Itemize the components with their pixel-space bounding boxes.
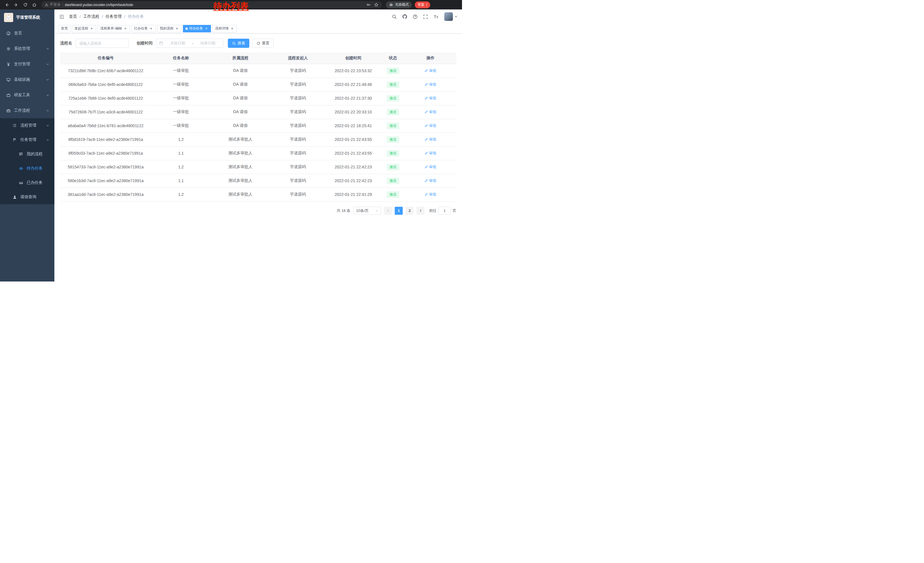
url-text[interactable]: dashboard.yudao.iocoder.cn/bpm/task/todo bbox=[65, 3, 134, 7]
cell-actions: 审批 bbox=[405, 174, 456, 188]
cell-status: 激活 bbox=[381, 92, 405, 105]
sidebar-item-home[interactable]: 首页 bbox=[0, 26, 54, 41]
cell-status: 激活 bbox=[381, 78, 405, 92]
tab-todo-tasks[interactable]: 待办任务 × bbox=[183, 25, 211, 32]
close-icon[interactable]: × bbox=[175, 27, 179, 31]
close-icon[interactable]: × bbox=[90, 27, 94, 31]
page-button-2[interactable]: 2 bbox=[406, 207, 414, 215]
cell-initiator: 芋道源码 bbox=[270, 78, 326, 92]
sidebar-item-workflow[interactable]: 工作流程 bbox=[0, 103, 54, 118]
cell-task-id: 58154733-7ac8-11ec-a9e2-a2380e71991a bbox=[60, 160, 151, 174]
search-button[interactable]: 搜索 bbox=[228, 39, 249, 48]
next-page-button[interactable] bbox=[417, 207, 424, 215]
search-icon[interactable] bbox=[392, 14, 397, 19]
app-logo[interactable]: 芋道管理系统 bbox=[0, 9, 54, 26]
cell-initiator: 芋道源码 bbox=[270, 119, 326, 132]
approve-link[interactable]: 审批 bbox=[424, 151, 436, 156]
cell-created: 2022-01-21 22:43:55 bbox=[326, 146, 381, 160]
reset-button[interactable]: 重置 bbox=[252, 39, 274, 48]
close-icon[interactable]: × bbox=[123, 27, 128, 31]
approve-link[interactable]: 审批 bbox=[424, 82, 436, 87]
cell-actions: 审批 bbox=[405, 160, 456, 174]
fullscreen-icon[interactable] bbox=[423, 14, 428, 19]
cell-created: 2022-01-21 22:42:23 bbox=[326, 174, 381, 188]
user-menu[interactable] bbox=[444, 12, 458, 21]
sidebar-item-leave-query[interactable]: 请假查询 bbox=[0, 190, 54, 204]
create-time-label: 创建时间 bbox=[136, 41, 153, 46]
sidebar-item-infrastructure[interactable]: 基础设施 bbox=[0, 72, 54, 87]
approve-link[interactable]: 审批 bbox=[424, 68, 436, 73]
cell-created: 2022-01-22 20:33:10 bbox=[326, 105, 381, 119]
back-icon[interactable] bbox=[3, 1, 11, 9]
table-body: 73211d9d-7b9b-11ec-b5b7-acde48001122 一级审… bbox=[60, 64, 456, 201]
sidebar-item-task-management[interactable]: 任务管理 bbox=[0, 132, 54, 147]
security-warning[interactable]: 不安全 bbox=[45, 2, 61, 7]
help-icon[interactable] bbox=[413, 14, 418, 19]
tab-home[interactable]: 首页 bbox=[58, 25, 70, 32]
sidebar-item-label: 流程管理 bbox=[20, 123, 36, 128]
cell-process: 测试多审批人 bbox=[211, 160, 270, 174]
chevron-down-icon bbox=[46, 78, 49, 81]
prev-page-button[interactable] bbox=[384, 207, 392, 215]
sidebar-collapse-icon[interactable] bbox=[59, 14, 64, 20]
update-button[interactable]: 更新 bbox=[415, 2, 430, 8]
cell-process: OA 请假 bbox=[211, 119, 270, 132]
cell-actions: 审批 bbox=[405, 132, 456, 146]
breadcrumb-workflow[interactable]: 工作流程 bbox=[83, 14, 99, 19]
cell-task-id: 069c6a63-7b8a-11ec-8ef0-acde48001122 bbox=[60, 78, 151, 92]
approve-link[interactable]: 审批 bbox=[424, 178, 436, 183]
approve-link[interactable]: 审批 bbox=[424, 110, 436, 114]
tab-start-process[interactable]: 发起流程 × bbox=[72, 25, 96, 32]
process-name-input[interactable] bbox=[76, 39, 129, 48]
approve-link[interactable]: 审批 bbox=[424, 164, 436, 170]
close-icon[interactable]: × bbox=[230, 27, 234, 31]
cell-initiator: 芋道源码 bbox=[270, 132, 326, 146]
sidebar-item-devtools[interactable]: 研发工具 bbox=[0, 87, 54, 103]
date-range-picker[interactable]: 开始日期 - 结束日期 bbox=[156, 39, 223, 48]
process-name-label: 流程名 bbox=[60, 41, 72, 46]
table-row: 069c6a63-7b8a-11ec-8ef0-acde48001122 一级审… bbox=[60, 78, 456, 92]
font-size-icon[interactable] bbox=[434, 14, 439, 19]
sidebar-item-my-process[interactable]: 我的流程 bbox=[0, 147, 54, 161]
reload-icon[interactable] bbox=[21, 1, 29, 9]
page-size-select[interactable]: 10条/页 bbox=[353, 207, 381, 215]
sidebar-item-todo-tasks[interactable]: 待办任务 bbox=[0, 161, 54, 176]
tab-process-detail[interactable]: 流程详情 × bbox=[212, 25, 237, 32]
address-bar[interactable]: 不安全 dashboard.yudao.iocoder.cn/bpm/task/… bbox=[41, 1, 382, 8]
key-icon[interactable] bbox=[366, 3, 371, 7]
avatar[interactable] bbox=[444, 12, 453, 21]
page-button-1[interactable]: 1 bbox=[395, 207, 403, 215]
goto-page-input[interactable] bbox=[438, 207, 450, 215]
home-icon[interactable] bbox=[30, 1, 38, 9]
calendar-icon bbox=[159, 41, 163, 45]
approve-link[interactable]: 审批 bbox=[424, 137, 436, 142]
approve-link[interactable]: 审批 bbox=[424, 123, 436, 128]
start-date-placeholder[interactable]: 开始日期 bbox=[165, 41, 190, 46]
sidebar-item-system[interactable]: 系统管理 bbox=[0, 41, 54, 56]
breadcrumb-task-management[interactable]: 任务管理 bbox=[106, 14, 122, 19]
sidebar-item-label: 任务管理 bbox=[20, 137, 36, 142]
tab-my-process[interactable]: 我的流程 × bbox=[157, 25, 182, 32]
forward-icon[interactable] bbox=[12, 1, 20, 9]
sidebar-item-payment[interactable]: 支付管理 bbox=[0, 56, 54, 72]
bookmark-star-icon[interactable] bbox=[374, 3, 378, 7]
sidebar-item-label: 待办任务 bbox=[27, 166, 43, 171]
app-title: 芋道管理系统 bbox=[16, 15, 40, 20]
incognito-label: 无痕模式 bbox=[395, 2, 409, 7]
tab-done-tasks[interactable]: 已办任务 × bbox=[131, 25, 156, 32]
approve-link[interactable]: 审批 bbox=[424, 192, 436, 197]
close-icon[interactable]: × bbox=[149, 27, 153, 31]
breadcrumb-home[interactable]: 首页 bbox=[69, 14, 77, 19]
sidebar-item-process-management[interactable]: 流程管理 bbox=[0, 118, 54, 132]
tab-process-form-edit[interactable]: 流程表单-编辑 × bbox=[98, 25, 130, 32]
cell-task-id: a6aba0a4-7b6d-11ec-b781-acde48001122 bbox=[60, 119, 151, 132]
chevron-down-icon bbox=[46, 47, 49, 50]
github-icon[interactable] bbox=[402, 14, 407, 19]
close-icon[interactable]: × bbox=[204, 27, 208, 31]
end-date-placeholder[interactable]: 结束日期 bbox=[196, 41, 220, 46]
cell-initiator: 芋道源码 bbox=[270, 188, 326, 201]
security-label: 不安全 bbox=[50, 2, 61, 7]
main-area: 首页 / 工作流程 / 任务管理 / 待办任务 bbox=[54, 9, 462, 281]
sidebar-item-done-tasks[interactable]: 已办任务 bbox=[0, 176, 54, 190]
approve-link[interactable]: 审批 bbox=[424, 96, 436, 101]
